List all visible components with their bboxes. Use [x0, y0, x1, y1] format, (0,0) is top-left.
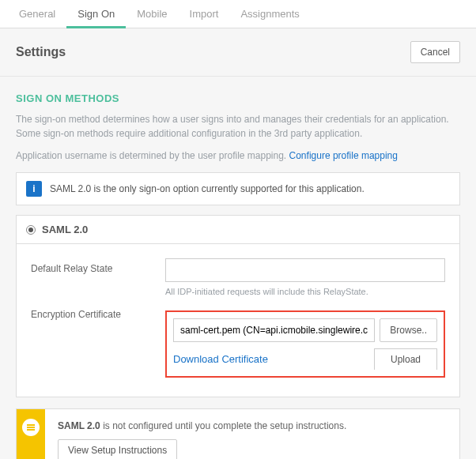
- tab-general[interactable]: General: [8, 0, 66, 28]
- view-setup-button[interactable]: View Setup Instructions: [58, 439, 177, 459]
- warn-body: SAML 2.0 is not configured until you com…: [45, 409, 459, 459]
- info-icon: i: [26, 181, 42, 197]
- section-description: The sign-on method determines how a user…: [16, 112, 460, 141]
- upload-button[interactable]: Upload: [374, 348, 437, 370]
- cert-label: Encryption Certificate: [31, 304, 165, 320]
- tab-mobile[interactable]: Mobile: [126, 0, 178, 28]
- radio-saml[interactable]: [26, 225, 36, 235]
- warning-banner: SAML 2.0 is not configured until you com…: [16, 408, 460, 459]
- page-title: Settings: [16, 45, 66, 59]
- info-banner: i SAML 2.0 is the only sign-on option cu…: [16, 172, 460, 205]
- page-header: Settings Cancel: [0, 28, 476, 77]
- download-cert-link[interactable]: Download Certificate: [173, 353, 268, 365]
- list-icon: [22, 419, 40, 436]
- relay-input[interactable]: [165, 258, 445, 282]
- warn-stripe: [17, 409, 45, 459]
- tab-import[interactable]: Import: [179, 0, 230, 28]
- cert-highlight-box: Browse.. Download Certificate Upload: [165, 310, 445, 378]
- username-note: Application username is determined by th…: [16, 149, 460, 163]
- cancel-button[interactable]: Cancel: [410, 41, 460, 63]
- tab-signon[interactable]: Sign On: [66, 0, 126, 28]
- relay-label: Default Relay State: [31, 258, 165, 274]
- tab-assignments[interactable]: Assignments: [229, 0, 310, 28]
- saml-panel: SAML 2.0 Default Relay State All IDP-ini…: [16, 215, 460, 397]
- content-area: SIGN ON METHODS The sign-on method deter…: [0, 77, 476, 459]
- cert-input[interactable]: [173, 318, 375, 342]
- browse-button[interactable]: Browse..: [380, 318, 437, 342]
- panel-head: SAML 2.0: [17, 216, 459, 244]
- panel-body: Default Relay State All IDP-initiated re…: [17, 244, 459, 397]
- info-text: SAML 2.0 is the only sign-on option curr…: [50, 183, 365, 194]
- relay-hint: All IDP-initiated requests will include …: [165, 287, 445, 296]
- section-title: SIGN ON METHODS: [16, 92, 460, 104]
- configure-profile-link[interactable]: Configure profile mapping: [289, 150, 398, 161]
- panel-title: SAML 2.0: [42, 224, 88, 235]
- tabs-nav: General Sign On Mobile Import Assignment…: [0, 0, 476, 28]
